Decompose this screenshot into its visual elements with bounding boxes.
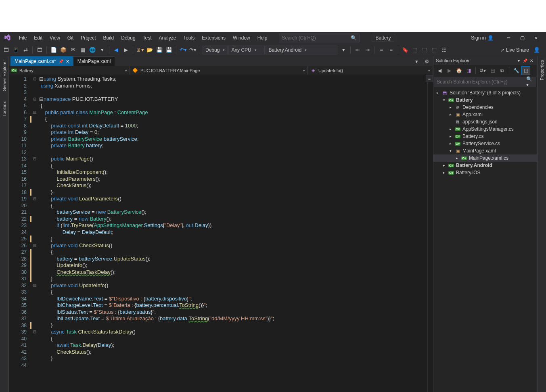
switch-view-icon[interactable]: ◨ — [464, 66, 473, 75]
b4-icon[interactable]: ☷ — [439, 46, 448, 54]
sign-in-button[interactable]: Sign in 👤 — [471, 35, 494, 41]
back-nav-icon[interactable]: ◀ — [112, 46, 121, 54]
run-dd-icon[interactable]: ▾ — [339, 46, 348, 54]
menu-help[interactable]: Help — [254, 33, 271, 42]
expand-icon[interactable]: ▸ — [454, 156, 459, 160]
nav-project-combo[interactable]: C# Battery ▾ — [9, 66, 130, 75]
dd-icon[interactable]: ▾ — [98, 46, 107, 54]
expand-icon[interactable]: ▸ — [441, 171, 446, 175]
pin-icon[interactable]: 📌 — [59, 59, 63, 64]
panel-close-icon[interactable]: ✕ — [528, 57, 535, 64]
tree-item[interactable]: ▸C#Battery.Android — [433, 162, 537, 169]
expand-icon[interactable]: ▸ — [441, 163, 446, 167]
expand-icon[interactable]: ▸ — [448, 127, 453, 131]
expand-icon[interactable]: ▸ — [448, 105, 453, 109]
expand-icon[interactable]: ▸ — [448, 142, 453, 146]
tree-item[interactable]: 🗎appsettings.json — [433, 118, 537, 125]
solution-tree[interactable]: ▸⬒Solution 'Battery' (3 of 3 projects)▾C… — [433, 88, 537, 392]
outlining-margin[interactable]: ⊟⊟⊟⊟⊟⊟⊟⊟ — [32, 75, 38, 392]
save-all-icon[interactable]: 💾 — [165, 46, 174, 54]
outdent-icon[interactable]: ⇥ — [363, 46, 372, 54]
close-icon[interactable]: ✕ — [66, 59, 69, 64]
properties-tab[interactable]: Properties — [539, 58, 545, 83]
quick-launch-search[interactable]: 🔍 — [279, 33, 360, 42]
filter-icon[interactable]: ▤ — [488, 66, 497, 75]
tree-item[interactable]: ▸C#Battery.cs — [433, 133, 537, 140]
undo-icon[interactable]: ↶▾ — [179, 46, 188, 54]
b2-icon[interactable]: ⬚ — [420, 46, 429, 54]
tree-item[interactable]: ▸C#MainPage.xaml.cs — [433, 154, 537, 162]
pin-icon[interactable]: 📌 — [522, 57, 528, 64]
menu-analyze[interactable]: Analyze — [155, 33, 180, 42]
expand-icon[interactable]: ▸ — [448, 113, 453, 117]
search-input[interactable] — [282, 35, 357, 41]
platform-combo[interactable]: Any CPU▾ — [228, 46, 265, 54]
save-icon[interactable]: 💾 — [155, 46, 164, 54]
comment-icon[interactable]: ≡ — [377, 46, 386, 54]
uncomment-icon[interactable]: ≡ — [387, 46, 395, 54]
scrollbar-minimap[interactable] — [427, 75, 433, 392]
fwd-nav-icon[interactable]: ▶ — [121, 46, 130, 54]
phone-icon[interactable]: 📄 — [49, 46, 58, 54]
menu-build[interactable]: Build — [100, 33, 118, 42]
code-editor[interactable]: 1234567891011121314151617181920212223242… — [9, 75, 433, 392]
bookmark-icon[interactable]: 🔖 — [401, 46, 410, 54]
menu-test[interactable]: Test — [139, 33, 155, 42]
back-icon[interactable]: ◀ — [435, 66, 444, 75]
solution-name-box[interactable]: Battery — [372, 34, 394, 42]
solution-search[interactable]: 🔍▾ — [434, 77, 536, 87]
menu-edit[interactable]: Edit — [30, 33, 46, 42]
tabs-overflow-icon[interactable]: ▾ — [412, 57, 421, 66]
menu-git[interactable]: Git — [64, 33, 77, 42]
open-icon[interactable]: 📂 — [145, 46, 154, 54]
sync-icon[interactable]: ↺▾ — [478, 66, 487, 75]
code-area[interactable]: ⊟using System.Threading.Tasks; using Xam… — [38, 75, 427, 392]
menu-view[interactable]: View — [46, 33, 64, 42]
home-icon[interactable]: 🏠 — [454, 66, 463, 75]
config-combo[interactable]: Debug▾ — [203, 46, 228, 54]
wrench-icon[interactable]: 🔧 — [512, 66, 521, 75]
b3-icon[interactable]: ⬚ — [430, 46, 439, 54]
toolbox-tab[interactable]: Toolbox — [1, 99, 8, 119]
collapse-icon[interactable]: ⧉ — [498, 66, 506, 75]
expand-icon[interactable]: ▾ — [448, 149, 453, 153]
expand-icon[interactable]: ▸ — [448, 134, 453, 138]
tree-item[interactable]: ▸⬒Solution 'Battery' (3 of 3 projects) — [433, 89, 537, 96]
tree-item[interactable]: ▸C#Battery.iOS — [433, 169, 537, 176]
box-icon[interactable]: 📦 — [59, 46, 68, 54]
menu-project[interactable]: Project — [77, 33, 99, 42]
expand-icon[interactable]: ▸ — [435, 91, 440, 95]
split-editor-icon[interactable]: ≡ — [426, 75, 433, 82]
live-share-button[interactable]: ↗ Live Share — [500, 47, 529, 53]
menu-file[interactable]: File — [15, 33, 30, 42]
panel-menu-icon[interactable]: ▾ — [515, 57, 522, 64]
tree-item[interactable]: ▸⚞Dependencies — [433, 104, 537, 111]
close-button[interactable]: ✕ — [529, 33, 543, 42]
redo-icon[interactable]: ↷▾ — [188, 46, 197, 54]
startup-combo[interactable]: Battery.Android▾ — [266, 46, 338, 54]
tree-item[interactable]: ▸C#AppSettingsManager.cs — [433, 125, 537, 133]
minimize-button[interactable]: ━ — [502, 33, 515, 42]
grid-icon[interactable]: ▦ — [78, 46, 87, 54]
new-item-icon[interactable]: 🗎▾ — [136, 46, 144, 54]
menu-window[interactable]: Window — [229, 33, 254, 42]
indent-icon[interactable]: ⇤ — [353, 46, 362, 54]
b1-icon[interactable]: ⬚ — [410, 46, 419, 54]
person-icon[interactable]: 👤 — [532, 46, 541, 54]
maximize-button[interactable]: ▢ — [515, 33, 529, 42]
menu-extensions[interactable]: Extensions — [198, 33, 229, 42]
show-all-icon[interactable]: ◳ — [521, 66, 530, 75]
fwd-icon[interactable]: ▶ — [445, 66, 454, 75]
new-project-icon[interactable]: 🗔 — [2, 46, 10, 54]
expand-icon[interactable]: ▾ — [441, 98, 446, 102]
menu-tools[interactable]: Tools — [180, 33, 198, 42]
mail-icon[interactable]: ✉ — [69, 46, 77, 54]
doc-tab[interactable]: MainPage.xaml.cs*📌✕ — [10, 56, 73, 66]
device-icon[interactable]: 📱 — [11, 46, 20, 54]
tree-item[interactable]: ▸▣App.xaml — [433, 111, 537, 118]
globe-icon[interactable]: 🌐 — [88, 46, 97, 54]
solution-search-input[interactable] — [437, 79, 526, 85]
doc-tab[interactable]: MainPage.xaml — [73, 56, 115, 66]
tree-item[interactable]: ▾▣MainPage.xaml — [433, 147, 537, 154]
server-explorer-tab[interactable]: Server Explorer — [1, 58, 8, 93]
